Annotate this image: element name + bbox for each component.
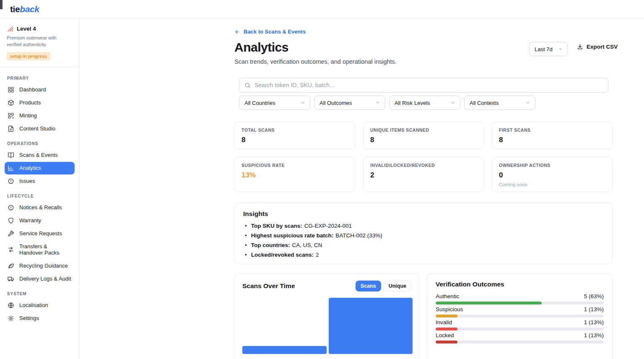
- stat-invalid-locked-revoked: INVALID/LOCKED/REVOKED 2: [363, 157, 484, 192]
- outcome-label: Locked: [436, 332, 454, 338]
- stat-note: Coming soon: [499, 182, 605, 187]
- stat-ownership-actions: OWNERSHIP ACTIONS 0 Coming soon: [492, 157, 613, 192]
- insight-item: Locked/revoked scans:2: [243, 252, 604, 258]
- progress-track: [436, 302, 604, 304]
- stat-value: 2: [370, 171, 477, 180]
- sidebar-item-scans-events[interactable]: Scans & Events: [5, 149, 75, 161]
- sidebar-item-label: Notices & Recalls: [19, 204, 62, 211]
- sidebar-item-notices-recalls[interactable]: Notices & Recalls: [5, 201, 75, 214]
- level-stripes-icon: [7, 26, 13, 31]
- nav-section-primary: PRIMARY: [7, 76, 72, 81]
- insight-value: CG-EXP-2024-001: [304, 223, 352, 229]
- export-csv-button[interactable]: Export CSV: [577, 44, 618, 50]
- date-range-select[interactable]: Last 7d: [529, 42, 568, 56]
- series-toggle-group: Scans Unique: [356, 281, 411, 291]
- nav-section-operations: OPERATIONS: [7, 141, 72, 146]
- insights-panel: Insights Top SKU by scans:CG-EXP-2024-00…: [234, 203, 613, 264]
- outcome-value: 1 (13%): [584, 332, 604, 338]
- stat-unique-items: UNIQUE ITEMS SCANNED 8: [363, 122, 484, 149]
- sidebar-item-service-requests[interactable]: Service Requests: [5, 227, 75, 240]
- leaf-icon: [8, 263, 14, 269]
- document-icon: [8, 125, 14, 132]
- level-description: Premium outerwear with verified authenti…: [7, 35, 73, 48]
- sidebar-item-warranty[interactable]: Warranty: [5, 214, 75, 227]
- stat-label: TOTAL SCANS: [242, 127, 348, 133]
- sidebar-nav: PRIMARY Dashboard Products Minting Conte…: [0, 67, 79, 325]
- sidebar-item-products[interactable]: Products: [5, 96, 75, 109]
- risk-levels-filter[interactable]: All Risk Levels: [389, 96, 460, 110]
- contexts-filter[interactable]: All Contexts: [464, 96, 535, 110]
- countries-filter-value: All Countries: [244, 100, 275, 106]
- bar-chart-icon: [8, 165, 14, 172]
- insight-item: Top countries:CA, US, CN: [243, 242, 604, 248]
- insight-value: CA, US, CN: [292, 242, 322, 248]
- insight-label: Top SKU by scans:: [251, 223, 302, 229]
- scans-bar-chart: [242, 298, 413, 354]
- countries-filter[interactable]: All Countries: [239, 96, 310, 110]
- scans-toggle[interactable]: Scans: [356, 281, 381, 291]
- stat-label: OWNERSHIP ACTIONS: [499, 163, 605, 168]
- insight-label: Highest suspicious rate batch:: [251, 232, 334, 239]
- insight-value: 2: [316, 252, 319, 258]
- outcome-label: Authentic: [436, 293, 459, 299]
- unique-toggle[interactable]: Unique: [384, 281, 411, 291]
- sidebar-item-label: Dashboard: [19, 86, 46, 93]
- sidebar-item-label: Scans & Events: [19, 152, 58, 159]
- qr-code-icon: [8, 112, 14, 119]
- stat-label: SUSPICIOUS RATE: [242, 163, 348, 168]
- sidebar-item-transfers-handover[interactable]: Transfers & Handover Packs: [5, 240, 75, 259]
- risk-levels-filter-value: All Risk Levels: [395, 100, 430, 106]
- grid-icon: [8, 86, 14, 93]
- sidebar-item-minting[interactable]: Minting: [5, 109, 75, 122]
- alert-circle-icon: [8, 204, 14, 211]
- page-title: Analytics: [234, 40, 288, 55]
- outcome-value: 5 (63%): [584, 293, 604, 299]
- sidebar-item-label: Minting: [19, 112, 37, 119]
- stat-value: 8: [499, 136, 605, 144]
- search-icon: [244, 82, 251, 88]
- filter-row: All Countries All Outcomes All Risk Leve…: [239, 96, 535, 110]
- outcomes-filter[interactable]: All Outcomes: [314, 96, 385, 110]
- sidebar-item-issues[interactable]: Issues: [5, 175, 75, 187]
- setup-progress-badge: setup in progress: [7, 52, 50, 60]
- sidebar-item-delivery-logs[interactable]: Delivery Logs & Audit: [5, 273, 75, 285]
- progress-track: [436, 315, 604, 317]
- download-icon: [577, 44, 583, 50]
- stat-value: 13%: [242, 171, 348, 180]
- book-icon: [8, 152, 14, 159]
- scan-bar: [329, 298, 413, 354]
- outcome-row-suspicious: Suspicious 1 (13%): [436, 306, 604, 317]
- sidebar-item-dashboard[interactable]: Dashboard: [5, 83, 75, 96]
- back-link-label: Back to Scans & Events: [244, 29, 306, 35]
- transfer-arrows-icon: [8, 246, 14, 253]
- globe-icon: [8, 302, 14, 309]
- chevron-down-icon: [558, 47, 563, 52]
- scan-bar: [242, 346, 327, 354]
- sidebar-item-label: Service Requests: [19, 230, 62, 237]
- truck-icon: [8, 276, 14, 282]
- sidebar-item-label: Products: [19, 99, 41, 106]
- app-logo[interactable]: tieback: [10, 4, 39, 14]
- stat-label: INVALID/LOCKED/REVOKED: [370, 163, 477, 168]
- sidebar-item-analytics[interactable]: Analytics: [5, 162, 75, 174]
- search-input[interactable]: [254, 82, 603, 88]
- sidebar-item-content-studio[interactable]: Content Studio: [5, 122, 75, 135]
- gear-icon: [8, 315, 14, 322]
- sidebar-item-localisation[interactable]: Localisation: [5, 299, 75, 312]
- date-range-value: Last 7d: [535, 46, 553, 52]
- sidebar-item-label: Recycling Guidance: [19, 263, 68, 269]
- outcome-value: 1 (13%): [584, 306, 604, 312]
- chevron-down-icon: [525, 100, 530, 105]
- insight-label: Top countries:: [251, 242, 290, 248]
- stats-grid: TOTAL SCANS 8 UNIQUE ITEMS SCANNED 8 FIR…: [234, 122, 613, 192]
- back-to-scans-link[interactable]: Back to Scans & Events: [234, 29, 306, 35]
- scans-over-time-title: Scans Over Time: [242, 282, 295, 290]
- outcome-rows: Authentic 5 (63%) Suspicious 1 (13%) I: [436, 293, 604, 343]
- outcome-row-locked: Locked 1 (13%): [436, 332, 604, 343]
- sidebar-item-recycling-guidance[interactable]: Recycling Guidance: [5, 260, 75, 272]
- sidebar-item-label: Issues: [19, 178, 35, 185]
- sidebar-item-settings[interactable]: Settings: [5, 312, 75, 325]
- outcome-label: Invalid: [436, 319, 452, 325]
- outcome-row-authentic: Authentic 5 (63%): [436, 293, 604, 304]
- nav-section-system: SYSTEM: [7, 291, 72, 296]
